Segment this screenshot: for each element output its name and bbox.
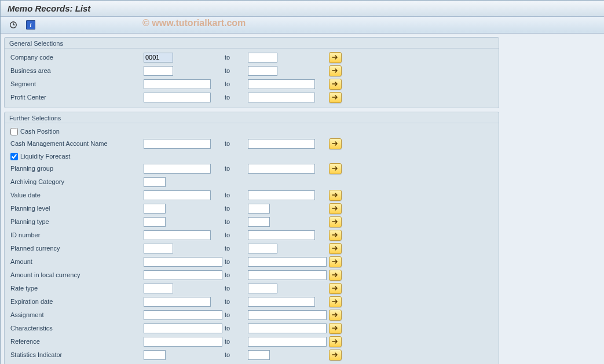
from-input[interactable] xyxy=(144,139,211,149)
from-input[interactable] xyxy=(144,337,222,347)
to-input[interactable] xyxy=(248,204,270,214)
from-input[interactable] xyxy=(144,284,173,293)
to-input[interactable] xyxy=(248,297,315,307)
multiple-selection-button[interactable] xyxy=(329,323,342,334)
selection-row: Expiration dateto xyxy=(9,295,494,308)
body: General Selections Company codetoBusines… xyxy=(1,34,604,364)
to-input[interactable] xyxy=(248,257,327,267)
arrow-right-icon xyxy=(332,232,339,238)
info-button[interactable]: i xyxy=(24,19,38,31)
from-input[interactable] xyxy=(144,297,211,307)
from-input[interactable] xyxy=(144,164,211,174)
from-input[interactable] xyxy=(144,177,166,187)
to-label: to xyxy=(225,311,248,318)
field-label: Planned currency xyxy=(9,245,144,252)
to-label: to xyxy=(225,94,248,101)
group-general-selections: General Selections Company codetoBusines… xyxy=(4,37,499,108)
selection-row: Characteristicsto xyxy=(9,322,494,334)
group-further-selections: Further Selections Cash PositionCash Man… xyxy=(4,112,499,364)
selection-row: Planning groupto xyxy=(9,162,494,175)
to-input[interactable] xyxy=(248,350,270,360)
multiple-selection-button[interactable] xyxy=(329,138,342,149)
selection-row: Amount in local currencyto xyxy=(9,269,494,281)
field-label: Cash Management Account Name xyxy=(9,140,144,147)
to-input[interactable] xyxy=(248,323,327,333)
to-label: to xyxy=(225,218,248,225)
multiple-selection-button[interactable] xyxy=(329,163,342,174)
multiple-selection-button[interactable] xyxy=(329,203,342,214)
to-label: to xyxy=(225,54,248,61)
multiple-selection-button[interactable] xyxy=(329,270,342,281)
selection-row: Rate typeto xyxy=(9,282,494,295)
from-input[interactable] xyxy=(144,217,166,227)
field-label: Profit Center xyxy=(9,94,144,101)
to-input[interactable] xyxy=(248,93,315,102)
to-input[interactable] xyxy=(248,244,277,253)
from-input[interactable] xyxy=(144,79,211,89)
field-label: Business area xyxy=(9,67,144,74)
from-input[interactable] xyxy=(144,93,211,102)
to-input[interactable] xyxy=(248,337,327,347)
liquidity-forecast-checkbox[interactable] xyxy=(10,153,18,160)
to-input[interactable] xyxy=(248,284,277,293)
selection-row: ID numberto xyxy=(9,229,494,241)
arrow-right-icon xyxy=(332,352,339,358)
info-icon: i xyxy=(26,20,35,30)
multiple-selection-button[interactable] xyxy=(329,230,342,241)
multiple-selection-button[interactable] xyxy=(329,256,342,267)
field-label: ID number xyxy=(9,231,144,238)
from-input[interactable] xyxy=(144,244,173,253)
to-input[interactable] xyxy=(248,53,277,62)
multiple-selection-button[interactable] xyxy=(329,350,342,361)
to-label: to xyxy=(225,285,248,292)
to-input[interactable] xyxy=(248,164,315,174)
multiple-selection-button[interactable] xyxy=(329,92,342,103)
arrow-right-icon xyxy=(332,68,339,73)
multiple-selection-button[interactable] xyxy=(329,296,342,307)
to-label: to xyxy=(225,325,248,332)
from-input[interactable] xyxy=(144,310,222,320)
to-label: to xyxy=(225,231,248,238)
arrow-right-icon xyxy=(332,141,339,146)
arrow-right-icon xyxy=(332,94,339,100)
arrow-right-icon xyxy=(332,259,339,264)
to-input[interactable] xyxy=(248,190,315,200)
to-input[interactable] xyxy=(248,79,315,89)
selection-row: Value dateto xyxy=(9,189,494,201)
from-input[interactable] xyxy=(144,230,211,240)
from-input[interactable] xyxy=(144,66,173,76)
to-input[interactable] xyxy=(248,310,327,320)
to-input[interactable] xyxy=(248,66,277,76)
multiple-selection-button[interactable] xyxy=(329,336,342,347)
field-label: Rate type xyxy=(9,285,144,292)
from-input[interactable] xyxy=(144,53,173,62)
field-label: Amount xyxy=(9,258,144,265)
cash-position-checkbox[interactable] xyxy=(10,128,18,135)
to-input[interactable] xyxy=(248,270,327,280)
from-input[interactable] xyxy=(144,190,211,200)
multiple-selection-button[interactable] xyxy=(329,243,342,254)
arrow-right-icon xyxy=(332,299,339,304)
multiple-selection-button[interactable] xyxy=(329,310,342,321)
to-input[interactable] xyxy=(248,139,315,149)
selection-row: Planning typeto xyxy=(9,215,494,228)
multiple-selection-button[interactable] xyxy=(329,65,342,76)
multiple-selection-button[interactable] xyxy=(329,52,342,63)
execute-button[interactable] xyxy=(6,19,20,31)
to-input[interactable] xyxy=(248,230,315,240)
field-label: Value date xyxy=(9,192,144,198)
to-input[interactable] xyxy=(248,217,270,227)
from-input[interactable] xyxy=(144,204,166,214)
arrow-right-icon xyxy=(332,272,339,278)
arrow-right-icon xyxy=(332,192,339,198)
from-input[interactable] xyxy=(144,350,166,360)
field-label: Segment xyxy=(9,80,144,87)
multiple-selection-button[interactable] xyxy=(329,283,342,294)
from-input[interactable] xyxy=(144,257,222,267)
multiple-selection-button[interactable] xyxy=(329,216,342,227)
from-input[interactable] xyxy=(144,323,222,333)
from-input[interactable] xyxy=(144,270,222,280)
arrow-right-icon xyxy=(332,219,339,225)
multiple-selection-button[interactable] xyxy=(329,79,342,90)
multiple-selection-button[interactable] xyxy=(329,190,342,201)
